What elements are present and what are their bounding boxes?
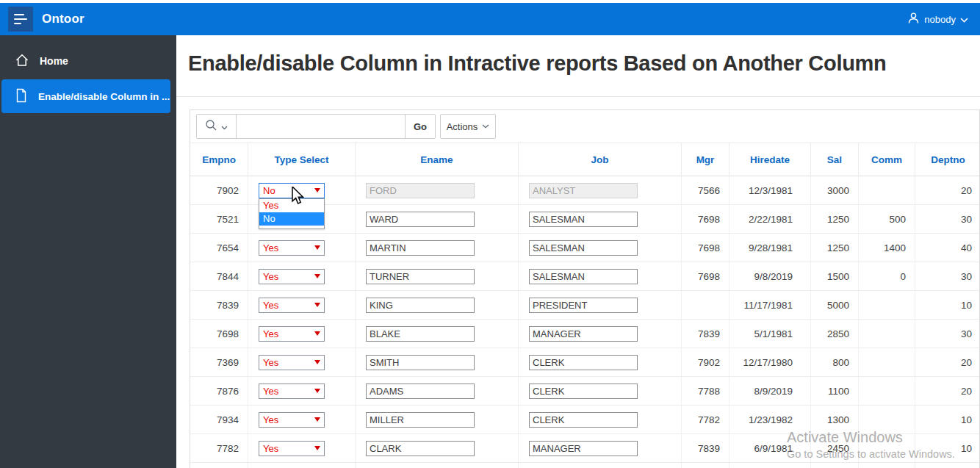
job-input[interactable] [529, 412, 638, 428]
ename-input[interactable] [366, 384, 475, 399]
go-button[interactable]: Go [405, 115, 435, 138]
job-cell [519, 262, 682, 290]
hamburger-menu-icon[interactable] [8, 7, 33, 32]
type-select[interactable]: Yes [259, 298, 325, 313]
type-select-cell: Yes [248, 406, 356, 433]
job-cell [519, 348, 682, 376]
job-input[interactable] [529, 355, 638, 370]
empno-cell: 7934 [190, 406, 248, 433]
job-input[interactable] [529, 212, 638, 227]
report-body: 7902 No YesNo 7566 12/3/1981 3000 20 752… [190, 176, 979, 468]
job-input[interactable] [529, 240, 638, 256]
type-select-cell: Yes [248, 291, 356, 319]
ename-input[interactable] [366, 298, 475, 313]
job-input[interactable] [529, 441, 638, 456]
empno-cell: 7654 [190, 234, 248, 262]
sidebar-item-home[interactable]: Home [0, 44, 176, 78]
column-header-type[interactable]: Type Select [248, 143, 356, 176]
deptno-cell [915, 463, 980, 468]
type-select[interactable]: Yes [259, 326, 325, 342]
hiredate-cell [729, 463, 811, 468]
job-cell [519, 291, 682, 319]
type-select-value: Yes [259, 328, 314, 339]
user-name: nobody [924, 14, 956, 25]
hiredate-cell: 1/23/1982 [729, 406, 811, 433]
comm-cell [859, 434, 915, 462]
type-select[interactable]: Yes [259, 384, 325, 399]
comm-cell: 0 [859, 262, 915, 290]
type-select[interactable]: Yes [259, 269, 325, 284]
job-cell [519, 406, 682, 433]
job-input[interactable] [529, 384, 638, 399]
user-menu[interactable]: nobody [907, 12, 968, 26]
job-input[interactable] [529, 183, 638, 198]
sidebar: Home Enable/disable Column in ... [0, 35, 176, 468]
main-content: Enable/disable Column in Intractive repo… [176, 35, 980, 468]
hiredate-cell: 11/17/1981 [729, 291, 811, 319]
dropdown-option[interactable]: Yes [259, 199, 324, 212]
sal-cell: 3000 [811, 176, 859, 204]
job-cell [519, 434, 682, 462]
type-select-value: Yes [259, 386, 314, 397]
type-select-cell: Yes [248, 434, 356, 462]
column-header-job[interactable]: Job [519, 143, 682, 176]
app-header: Ontoor nobody [0, 3, 980, 35]
job-input[interactable] [529, 298, 638, 313]
empno-cell: 7839 [190, 291, 248, 319]
deptno-cell: 40 [915, 234, 980, 262]
column-header-mgr[interactable]: Mgr [682, 143, 729, 176]
job-input[interactable] [529, 269, 638, 284]
type-select[interactable]: Yes [259, 441, 325, 456]
table-row: 7839 Yes 11/17/1981 5000 10 [190, 291, 979, 320]
search-input[interactable] [237, 115, 405, 138]
actions-label: Actions [447, 121, 478, 132]
search-column-dropdown[interactable] [197, 115, 237, 138]
column-header-hiredate[interactable]: Hiredate [729, 143, 811, 176]
type-select[interactable]: Yes [259, 240, 325, 256]
ename-input[interactable] [366, 441, 475, 456]
job-input[interactable] [529, 326, 638, 342]
ename-cell [356, 463, 519, 468]
sal-cell: 1500 [811, 262, 859, 290]
column-header-sal[interactable]: Sal [811, 143, 859, 176]
mgr-cell: 7698 [682, 234, 729, 262]
type-select-value: No [259, 185, 314, 196]
type-select[interactable]: Yes [259, 412, 325, 428]
ename-cell [356, 234, 519, 262]
ename-input[interactable] [366, 412, 475, 428]
ename-input[interactable] [366, 240, 475, 256]
ename-cell [356, 176, 519, 204]
table-row: 7782 Yes 7839 6/9/1981 2450 10 [190, 434, 979, 463]
empno-cell: 7521 [190, 205, 248, 233]
column-header-deptno[interactable]: Deptno [915, 143, 980, 176]
column-header-empno[interactable]: Empno [190, 143, 248, 176]
type-select-value: Yes [259, 300, 314, 311]
ename-input[interactable] [366, 326, 475, 342]
type-select[interactable]: No [259, 183, 325, 198]
select-arrow-icon [314, 417, 320, 422]
ename-input[interactable] [366, 355, 475, 370]
column-header-comm[interactable]: Comm [859, 143, 915, 176]
user-icon [907, 12, 920, 26]
ename-input[interactable] [366, 212, 475, 227]
hiredate-cell: 8/9/2019 [729, 377, 811, 405]
deptno-cell: 10 [915, 291, 980, 319]
type-select[interactable]: Yes [259, 355, 325, 370]
comm-cell [859, 463, 915, 468]
sidebar-item-enable-disable-column[interactable]: Enable/disable Column in ... [1, 79, 170, 113]
actions-button[interactable]: Actions [440, 114, 496, 139]
document-icon [15, 88, 28, 105]
type-select-value: Yes [259, 242, 314, 253]
chevron-down-icon [482, 124, 489, 129]
ename-cell [356, 406, 519, 433]
ename-input[interactable] [366, 269, 475, 284]
table-row: 7876 Yes 7788 8/9/2019 1100 20 [190, 377, 979, 406]
dropdown-option[interactable]: No [259, 212, 324, 226]
type-select-value: Yes [259, 357, 314, 368]
type-select-cell: Yes [248, 377, 356, 405]
select-arrow-icon [314, 331, 320, 336]
ename-input[interactable] [366, 183, 475, 198]
sidebar-item-label: Enable/disable Column in ... [38, 91, 170, 102]
comm-cell [859, 176, 915, 204]
column-header-ename[interactable]: Ename [356, 143, 519, 176]
